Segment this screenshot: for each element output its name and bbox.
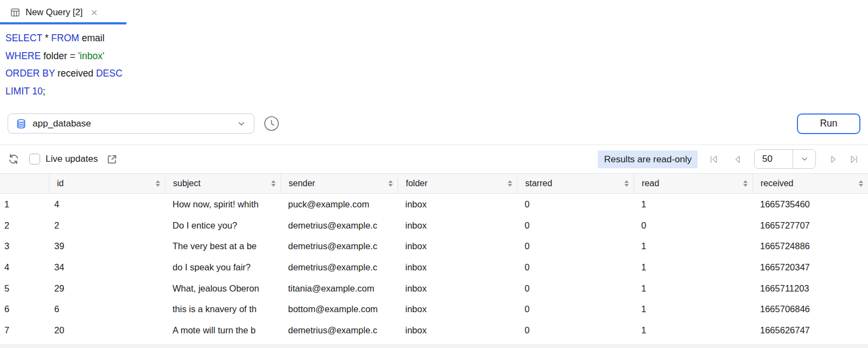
column-header-starred[interactable]: starred [517,174,634,193]
page-size-value[interactable]: 50 [755,150,793,168]
cell-sender[interactable]: demetrius@example.c [280,257,398,278]
tab-new-query[interactable]: New Query [2] × [0,0,105,24]
cell-folder[interactable]: inbox [398,236,517,257]
row-number[interactable]: 5 [0,278,49,299]
cell-sender[interactable]: demetrius@example.c [280,320,398,341]
table-row[interactable]: 22Do I entice you?demetrius@example.cinb… [0,215,868,236]
sql-line[interactable]: WHERE folder = 'inbox' [5,47,868,65]
cell-received[interactable]: 1665720347 [752,257,868,278]
cell-read[interactable]: 1 [634,257,752,278]
cell-id[interactable]: 4 [49,194,165,215]
open-in-new-window-icon[interactable] [106,154,118,165]
cell-read[interactable]: 0 [634,215,752,236]
row-number[interactable]: 2 [0,215,49,236]
cell-starred[interactable]: 0 [517,194,634,215]
sort-icon[interactable] [271,180,276,187]
cell-starred[interactable]: 0 [517,236,634,257]
cell-folder[interactable]: inbox [398,299,517,320]
cell-received[interactable]: 1665735460 [752,194,868,215]
cell-received[interactable]: 1665727707 [752,215,868,236]
table-row[interactable]: 529What, jealous Oberontitania@example.c… [0,278,868,299]
cell-folder[interactable]: inbox [398,215,517,236]
query-history-button[interactable] [264,116,279,131]
column-header-sender[interactable]: sender [280,174,398,193]
column-header-folder[interactable]: folder [398,174,517,193]
cell-folder[interactable]: inbox [398,194,517,215]
cell-id[interactable]: 39 [49,236,165,257]
live-updates-label[interactable]: Live updates [46,154,98,164]
database-selector[interactable]: app_database [8,113,254,134]
cell-starred[interactable]: 0 [517,215,634,236]
readonly-badge: Results are read-only [598,150,698,168]
cell-received[interactable]: 1665706846 [752,299,868,320]
cell-id[interactable]: 29 [49,278,165,299]
first-page-icon[interactable] [709,154,720,165]
table-row[interactable]: 720A mote will turn the bdemetrius@examp… [0,320,868,341]
sort-icon[interactable] [624,180,629,187]
cell-subject[interactable]: A mote will turn the b [165,320,280,341]
refresh-icon[interactable] [8,153,20,165]
table-row[interactable]: 14How now, spirit! whithpuck@example.com… [0,194,868,215]
sql-line[interactable]: ORDER BY received DESC [5,65,868,83]
next-page-icon[interactable] [828,154,839,165]
cell-subject[interactable]: What, jealous Oberon [165,278,280,299]
cell-sender[interactable]: bottom@example.com [280,299,398,320]
sql-line[interactable]: SELECT * FROM email [5,29,868,47]
cell-subject[interactable]: this is a knavery of th [165,299,280,320]
cell-starred[interactable]: 0 [517,320,634,341]
cell-id[interactable]: 2 [49,215,165,236]
row-number[interactable]: 1 [0,194,49,215]
sql-editor[interactable]: SELECT * FROM emailWHERE folder = 'inbox… [0,24,868,113]
cell-subject[interactable]: The very best at a be [165,236,280,257]
cell-id[interactable]: 20 [49,320,165,341]
sort-icon[interactable] [859,180,863,187]
cell-read[interactable]: 1 [634,194,752,215]
previous-page-icon[interactable] [732,154,743,165]
last-page-icon[interactable] [848,154,859,165]
cell-sender[interactable]: titania@example.com [280,278,398,299]
cell-folder[interactable]: inbox [398,278,517,299]
cell-id[interactable]: 34 [49,257,165,278]
page-size-control[interactable]: 50 [754,149,816,169]
sort-icon[interactable] [743,180,748,187]
row-number[interactable]: 7 [0,320,49,341]
row-number[interactable]: 4 [0,257,49,278]
column-header-read[interactable]: read [634,174,752,193]
table-row[interactable]: 339The very best at a bedemetrius@exampl… [0,236,868,257]
cell-starred[interactable]: 0 [517,299,634,320]
cell-sender[interactable]: demetrius@example.c [280,215,398,236]
horizontal-scrollbar[interactable] [0,341,868,348]
cell-sender[interactable]: puck@example.com [280,194,398,215]
cell-received[interactable]: 1665711203 [752,278,868,299]
row-number[interactable]: 3 [0,236,49,257]
sort-icon[interactable] [508,180,512,187]
cell-read[interactable]: 1 [634,299,752,320]
cell-subject[interactable]: How now, spirit! whith [165,194,280,215]
cell-read[interactable]: 1 [634,236,752,257]
cell-folder[interactable]: inbox [398,320,517,341]
cell-starred[interactable]: 0 [517,278,634,299]
cell-subject[interactable]: Do I entice you? [165,215,280,236]
table-row[interactable]: 434do I speak you fair?demetrius@example… [0,257,868,278]
cell-subject[interactable]: do I speak you fair? [165,257,280,278]
cell-folder[interactable]: inbox [398,257,517,278]
cell-read[interactable]: 1 [634,278,752,299]
run-button[interactable]: Run [797,113,860,134]
column-header-received[interactable]: received [752,174,868,193]
sort-icon[interactable] [156,180,160,187]
cell-received[interactable]: 1665724886 [752,236,868,257]
cell-starred[interactable]: 0 [517,257,634,278]
cell-sender[interactable]: demetrius@example.c [280,236,398,257]
table-row[interactable]: 66this is a knavery of thbottom@example.… [0,299,868,320]
chevron-down-icon[interactable] [793,150,815,168]
sort-icon[interactable] [388,180,393,187]
sql-line[interactable]: LIMIT 10; [5,83,868,100]
cell-read[interactable]: 1 [634,320,752,341]
row-number[interactable]: 6 [0,299,49,320]
column-header-subject[interactable]: subject [165,174,280,193]
column-header-id[interactable]: id [49,174,165,193]
live-updates-checkbox[interactable] [29,154,40,164]
cell-received[interactable]: 1665626747 [752,320,868,341]
cell-id[interactable]: 6 [49,299,165,320]
close-icon[interactable]: × [91,7,97,18]
